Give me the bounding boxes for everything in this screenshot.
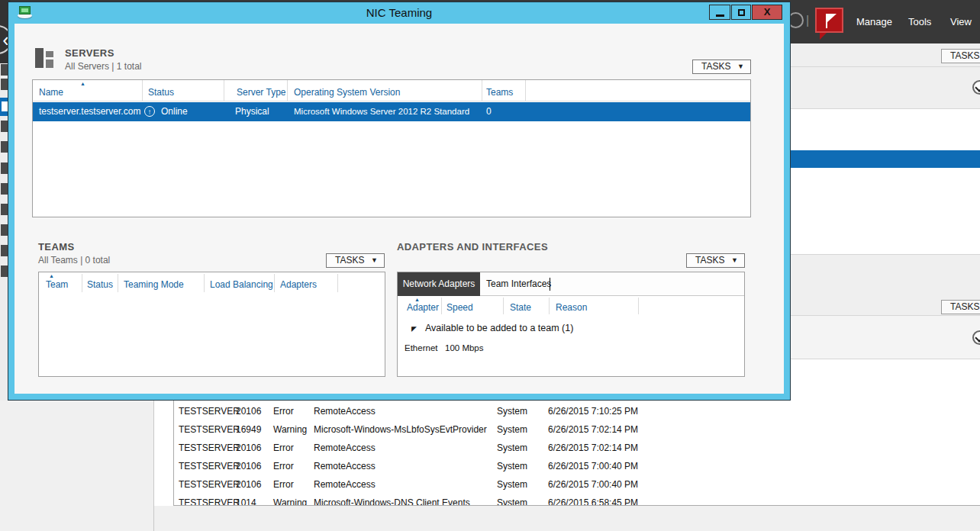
background-section-header xyxy=(786,316,980,359)
topbar-separator: | xyxy=(806,14,809,27)
menu-view[interactable]: View xyxy=(950,16,972,27)
servers-heading: SERVERS xyxy=(65,47,114,59)
event-source: Microsoft-Windows-DNS Client Events xyxy=(314,494,470,506)
column-header[interactable]: Reason xyxy=(556,302,587,313)
column-header[interactable]: Load Balancing xyxy=(210,279,273,290)
event-server: TESTSERVER xyxy=(179,402,240,420)
chevron-down-icon: ▼ xyxy=(737,60,744,73)
dialog-titlebar[interactable]: NIC Teaming X xyxy=(8,2,790,23)
table-row[interactable]: TESTSERVER 20106 Error RemoteAccess Syst… xyxy=(174,439,980,457)
servers-table-header: ▲ Name Status Server Type Operating Syst… xyxy=(33,80,750,101)
servers-table: ▲ Name Status Server Type Operating Syst… xyxy=(32,79,751,217)
table-row[interactable]: TESTSERVER 20106 Error RemoteAccess Syst… xyxy=(174,402,980,420)
divider xyxy=(786,359,980,359)
nic-teaming-dialog: NIC Teaming X SERVERS All Servers | 1 to… xyxy=(8,2,791,401)
adapter-group-label[interactable]: Available to be added to a team (1) xyxy=(425,323,573,333)
adapters-panel: Network Adapters Team Interfaces ▲ Adapt… xyxy=(397,272,745,377)
servers-tasks-button[interactable]: TASKS ▼ xyxy=(692,60,751,74)
group-expanded-icon[interactable]: ◤ xyxy=(411,325,417,333)
event-id: 20106 xyxy=(236,439,261,457)
event-log: System xyxy=(497,475,527,494)
event-log: System xyxy=(497,402,527,420)
event-server: TESTSERVER xyxy=(179,420,240,439)
table-row[interactable]: TESTSERVER 20106 Error RemoteAccess Syst… xyxy=(174,475,980,494)
event-log: System xyxy=(497,420,527,439)
event-time: 6/26/2015 7:00:40 PM xyxy=(548,475,638,494)
teams-subheading: All Teams | 0 total xyxy=(38,255,110,266)
servers-subheading: All Servers | 1 total xyxy=(65,61,142,72)
minimize-button[interactable] xyxy=(709,5,730,20)
menu-tools[interactable]: Tools xyxy=(908,16,931,27)
maximize-button[interactable] xyxy=(731,5,751,20)
event-severity: Warning xyxy=(273,420,307,439)
background-tasks-button[interactable]: TASKS xyxy=(941,300,980,314)
event-time: 6/26/2015 7:02:14 PM xyxy=(548,420,638,439)
table-row[interactable]: TESTSERVER 20106 Error RemoteAccess Syst… xyxy=(174,457,980,475)
event-time: 6/26/2015 7:02:14 PM xyxy=(548,439,638,457)
event-severity: Error xyxy=(273,457,294,475)
column-header[interactable]: Teams xyxy=(486,87,513,98)
text-cursor xyxy=(550,278,550,291)
sort-ascending-icon: ▲ xyxy=(414,297,420,302)
event-time: 6/26/2015 7:00:40 PM xyxy=(548,457,638,475)
event-severity: Error xyxy=(273,439,294,457)
adapters-table-header: ▲ Adapter Speed State Reason xyxy=(398,296,744,314)
tab-team-interfaces[interactable]: Team Interfaces xyxy=(486,272,551,296)
event-log: System xyxy=(497,457,527,475)
divider xyxy=(786,254,980,255)
event-server: TESTSERVER xyxy=(179,475,240,494)
column-header[interactable]: Teaming Mode xyxy=(124,279,184,290)
server-row-selected[interactable]: testserver.testserver.com ↑ Online Physi… xyxy=(33,102,750,121)
event-server: TESTSERVER xyxy=(179,494,240,506)
column-header[interactable]: Team xyxy=(46,279,68,290)
event-severity: Warning xyxy=(273,494,307,506)
adapter-name: Ethernet xyxy=(405,343,437,352)
event-source: RemoteAccess xyxy=(314,402,376,420)
event-id: 20106 xyxy=(236,475,261,494)
close-icon: X xyxy=(753,5,782,19)
servers-icon xyxy=(35,48,55,69)
background-tasks-button[interactable]: TASKS xyxy=(941,49,980,63)
event-id: 20106 xyxy=(236,402,261,420)
column-header[interactable]: Operating System Version xyxy=(294,87,400,98)
event-id: 16949 xyxy=(236,420,261,439)
table-row[interactable]: TESTSERVER 1014 Warning Microsoft-Window… xyxy=(174,494,980,506)
maximize-icon xyxy=(738,9,745,16)
event-time: 6/26/2015 7:10:25 PM xyxy=(548,402,638,420)
event-server: TESTSERVER xyxy=(179,439,240,457)
table-row[interactable]: TESTSERVER 16949 Warning Microsoft-Windo… xyxy=(174,420,980,439)
column-header[interactable]: State xyxy=(510,302,531,313)
column-header[interactable]: Server Type xyxy=(237,87,285,98)
column-header[interactable]: Status xyxy=(87,279,113,290)
event-severity: Error xyxy=(273,402,294,420)
server-status: Online xyxy=(161,102,188,121)
chevron-down-icon: ▼ xyxy=(371,254,378,267)
notifications-flag-icon[interactable] xyxy=(815,8,843,33)
close-button[interactable]: X xyxy=(752,5,782,20)
menu-manage[interactable]: Manage xyxy=(856,16,892,27)
event-id: 20106 xyxy=(236,457,261,475)
tab-network-adapters[interactable]: Network Adapters xyxy=(398,272,480,296)
screen: | Manage Tools View ‹ TASKS TASKS xyxy=(0,0,980,531)
adapter-speed: 100 Mbps xyxy=(445,343,484,352)
event-time: 6/26/2015 6:58:45 PM xyxy=(548,494,638,506)
column-header[interactable]: Name xyxy=(39,87,63,98)
event-source: Microsoft-Windows-MsLbfoSysEvtProvider xyxy=(314,420,487,439)
sort-ascending-icon: ▲ xyxy=(49,273,54,278)
adapters-heading: ADAPTERS AND INTERFACES xyxy=(397,241,548,253)
column-header[interactable]: Status xyxy=(148,87,174,98)
column-header[interactable]: Adapters xyxy=(280,279,317,290)
event-source: RemoteAccess xyxy=(314,439,376,457)
adapters-tasks-button[interactable]: TASKS ▼ xyxy=(686,253,745,268)
pane-divider xyxy=(153,401,154,531)
column-header[interactable]: Speed xyxy=(446,302,473,313)
column-header[interactable]: Adapter xyxy=(407,302,439,313)
chevron-down-icon: ▼ xyxy=(731,254,738,267)
event-severity: Error xyxy=(273,475,294,494)
server-os: Microsoft Windows Server 2012 R2 Standar… xyxy=(294,102,469,121)
teams-tasks-button[interactable]: TASKS ▼ xyxy=(326,253,385,268)
dialog-content: SERVERS All Servers | 1 total TASKS ▼ ▲ … xyxy=(15,24,784,394)
event-log: System xyxy=(497,494,527,506)
sort-ascending-icon: ▲ xyxy=(80,81,85,86)
teams-heading: TEAMS xyxy=(38,241,75,253)
